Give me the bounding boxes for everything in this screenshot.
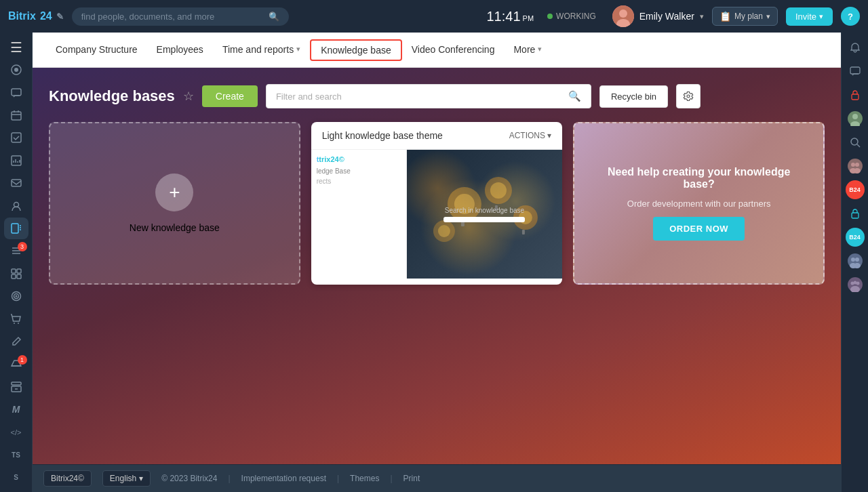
kb-search-input[interactable] xyxy=(276,91,563,102)
help-card-subtitle: Order development with our partners xyxy=(627,199,771,209)
create-button[interactable]: Create xyxy=(202,85,258,107)
footer-themes[interactable]: Themes xyxy=(350,474,379,483)
rs-group3[interactable] xyxy=(844,274,866,295)
rs-profile[interactable] xyxy=(844,108,866,129)
nav-company-structure[interactable]: Company Structure xyxy=(46,33,147,67)
sidebar-item-contacts[interactable] xyxy=(4,195,28,216)
nav-time-reports[interactable]: Time and reports ▾ xyxy=(213,33,310,67)
kb-card-preview: ttrix24© ledge Base rects xyxy=(311,150,563,279)
svg-point-43 xyxy=(855,163,859,167)
sidebar-item-goals[interactable] xyxy=(4,285,28,306)
kb-search-icon: 🔍 xyxy=(568,90,581,102)
sidebar-item-market[interactable]: M xyxy=(4,399,28,420)
search-icon: 🔍 xyxy=(269,12,279,22)
sidebar-item-drive[interactable]: 1 xyxy=(4,354,28,375)
plan-arrow: ▾ xyxy=(766,12,770,21)
logo[interactable]: Bitrix 24 ✎ xyxy=(8,10,64,22)
rs-group[interactable] xyxy=(844,155,866,177)
new-kb-card[interactable]: + New knowledge base xyxy=(49,122,300,285)
content-area: Company Structure Employees Time and rep… xyxy=(33,33,841,492)
kb-settings-button[interactable] xyxy=(676,84,701,108)
sidebar-item-shop[interactable] xyxy=(4,308,28,329)
sidebar-item-kb[interactable] xyxy=(4,218,28,239)
recycle-bin-button[interactable]: Recycle bin xyxy=(599,85,668,108)
new-kb-label: New knowledge base xyxy=(130,222,220,233)
logo-text: Bitrix xyxy=(8,10,36,22)
rs-b24-2[interactable]: B24 xyxy=(844,226,866,248)
svg-rect-15 xyxy=(17,274,21,279)
user-arrow: ▾ xyxy=(700,12,704,21)
left-sidebar: ☰ 3 xyxy=(0,33,33,492)
svg-point-40 xyxy=(851,138,858,145)
search-bar[interactable]: 🔍 xyxy=(72,7,289,26)
list-badge: 3 xyxy=(18,242,27,251)
sidebar-item-ts[interactable]: TS xyxy=(4,444,28,465)
sidebar-item-menu[interactable]: ☰ xyxy=(4,37,28,58)
drive-badge: 1 xyxy=(18,355,27,365)
plan-label: My plan xyxy=(734,12,763,21)
work-status[interactable]: WORKING xyxy=(547,12,596,21)
sidebar-item-calendar[interactable] xyxy=(4,104,28,125)
sidebar-item-intranet[interactable] xyxy=(4,263,28,284)
footer-impl-request[interactable]: Implementation request xyxy=(241,474,326,483)
help-label: ? xyxy=(848,12,853,22)
preview-logo: ttrix24© xyxy=(317,155,401,163)
svg-rect-34 xyxy=(521,230,524,234)
language-label: English xyxy=(110,474,136,483)
main-layout: ☰ 3 xyxy=(0,33,868,492)
invite-label: Invite xyxy=(795,12,816,22)
rs-notifications[interactable] xyxy=(844,37,866,58)
svg-point-48 xyxy=(851,258,855,262)
footer-copyright: © 2023 Bitrix24 xyxy=(161,474,217,483)
sidebar-item-code[interactable]: </> xyxy=(4,422,28,443)
page-content: Knowledge bases ☆ Create 🔍 Recycle bin + xyxy=(33,68,841,464)
favorite-icon[interactable]: ☆ xyxy=(183,89,194,104)
order-now-button[interactable]: ORDER NOW xyxy=(653,217,745,241)
new-kb-icon: + xyxy=(155,173,193,211)
help-card: Need help creating your knowledge base? … xyxy=(573,122,825,285)
rs-group2[interactable] xyxy=(844,250,866,272)
language-button[interactable]: English ▾ xyxy=(102,470,151,487)
footer-sep-3: | xyxy=(390,474,392,483)
edit-icon[interactable]: ✎ xyxy=(56,12,64,22)
sidebar-item-chat[interactable] xyxy=(4,82,28,103)
preview-section: ledge Base xyxy=(317,167,401,175)
footer-print[interactable]: Print xyxy=(403,474,420,483)
sidebar-item-tasks[interactable] xyxy=(4,127,28,148)
nav-employees[interactable]: Employees xyxy=(147,33,213,67)
svg-rect-12 xyxy=(12,269,16,273)
nav-more[interactable]: More ▾ xyxy=(504,33,551,67)
svg-point-42 xyxy=(851,163,855,167)
kb-card-actions[interactable]: ACTIONS ▾ xyxy=(509,131,552,140)
rs-messages[interactable] xyxy=(844,60,866,82)
sidebar-item-list[interactable]: 3 xyxy=(4,241,28,262)
svg-point-19 xyxy=(14,323,15,324)
rs-b24-1[interactable]: B24 xyxy=(844,179,866,201)
svg-point-1 xyxy=(619,9,627,18)
sidebar-item-archive[interactable] xyxy=(4,376,28,397)
right-sidebar: B24 B24 xyxy=(841,33,868,492)
bitrix24-footer-button[interactable]: Bitrix24© xyxy=(43,470,92,487)
svg-rect-21 xyxy=(12,382,21,385)
plan-button[interactable]: 📋 My plan ▾ xyxy=(712,7,778,26)
kb-search-box[interactable]: 🔍 xyxy=(266,84,591,108)
invite-button[interactable]: Invite ▾ xyxy=(786,7,833,26)
preview-search-input xyxy=(443,217,525,222)
search-input[interactable] xyxy=(81,12,263,22)
sidebar-item-s[interactable]: S xyxy=(4,467,28,488)
kb-header: Knowledge bases ☆ Create 🔍 Recycle bin xyxy=(49,84,825,108)
sidebar-item-edit[interactable] xyxy=(4,331,28,352)
sidebar-item-reports[interactable] xyxy=(4,150,28,171)
help-button[interactable]: ? xyxy=(841,7,860,26)
rs-lock2[interactable] xyxy=(844,203,866,224)
nav-video-conferencing[interactable]: Video Conferencing xyxy=(402,33,505,67)
svg-rect-35 xyxy=(850,67,860,74)
nav-knowledge-base[interactable]: Knowledge base xyxy=(310,39,402,61)
user-profile[interactable]: Emily Walker ▾ xyxy=(612,5,704,27)
rs-search[interactable] xyxy=(844,131,866,153)
sidebar-item-email[interactable] xyxy=(4,172,28,193)
svg-point-4 xyxy=(14,68,18,72)
rs-lock[interactable] xyxy=(844,84,866,106)
sidebar-item-home[interactable] xyxy=(4,59,28,80)
clock: 11:41 PM xyxy=(487,9,534,24)
